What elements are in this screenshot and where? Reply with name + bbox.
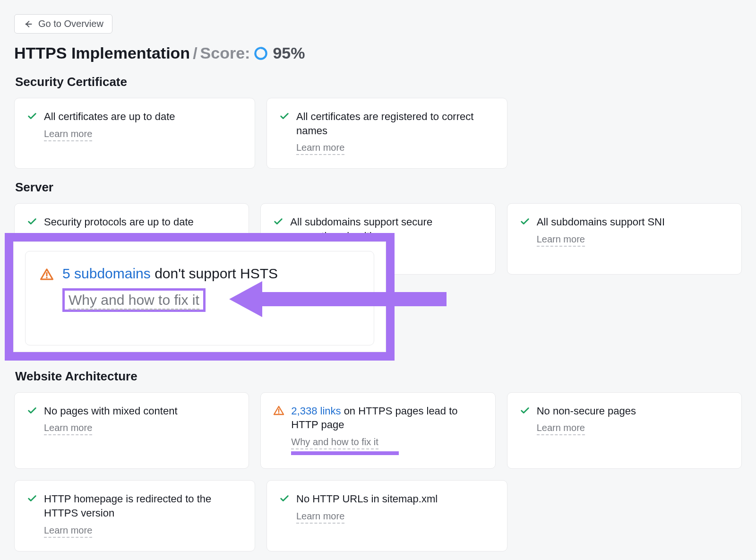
card-mixed-content: No pages with mixed content Learn more [14, 392, 249, 469]
architecture-row-1: No pages with mixed content Learn more 2… [14, 392, 742, 469]
card-http-redirect: HTTP homepage is redirected to the HTTPS… [14, 480, 255, 551]
card-text: No HTTP URLs in sitemap.xml [296, 492, 438, 506]
learn-more-link[interactable]: Learn more [537, 234, 585, 247]
card-sni: All subdomains support SNI Learn more [507, 203, 742, 274]
card-text: All certificates are registered to corre… [296, 110, 495, 138]
card-text: No non-secure pages [537, 404, 636, 418]
svg-point-5 [46, 277, 47, 278]
callout-rest: don't support HSTS [151, 266, 278, 281]
card-cert-uptodate: All certificates are up to date Learn mo… [14, 98, 255, 169]
check-icon [279, 493, 290, 504]
section-heading-security-certificate: Security Certificate [15, 75, 742, 89]
svg-point-3 [278, 412, 280, 414]
warning-icon [40, 267, 54, 282]
page-title: HTTPS Implementation / Score: 95% [14, 44, 742, 62]
card-sitemap-urls: No HTTP URLs in sitemap.xml Learn more [266, 480, 507, 551]
issue-count-link[interactable]: 2,338 links [291, 405, 341, 417]
card-text: HTTP homepage is redirected to the HTTPS… [44, 492, 242, 520]
card-text: All subdomains support SNI [537, 215, 665, 229]
title-slash: / [193, 44, 197, 62]
card-http-links: 2,338 links on HTTPS pages lead to HTTP … [260, 392, 495, 469]
warning-icon [273, 405, 284, 416]
check-icon [27, 493, 37, 504]
callout-fix-link[interactable]: Why and how to fix it [69, 292, 199, 310]
card-text: All certificates are up to date [44, 110, 175, 124]
check-icon [520, 405, 530, 416]
annotation-underline [291, 451, 399, 455]
learn-more-link[interactable]: Learn more [44, 422, 92, 435]
annotation-highlight-box: Why and how to fix it [62, 288, 206, 312]
back-button-label: Go to Overview [38, 18, 103, 29]
annotation-arrow-icon [229, 280, 447, 318]
section-heading-architecture: Website Architecture [15, 369, 742, 384]
callout-text: 5 subdomains don't support HSTS [62, 266, 278, 282]
check-icon [273, 216, 284, 227]
title-main: HTTPS Implementation [14, 44, 190, 62]
check-icon [27, 111, 37, 121]
svg-marker-6 [229, 281, 447, 317]
card-cert-names: All certificates are registered to corre… [266, 98, 507, 169]
check-icon [27, 216, 37, 227]
back-to-overview-button[interactable]: Go to Overview [14, 14, 112, 34]
score-ring-icon [254, 46, 268, 60]
architecture-row-2: HTTP homepage is redirected to the HTTPS… [14, 480, 742, 551]
arrow-left-icon [23, 19, 34, 29]
check-icon [520, 216, 530, 227]
learn-more-link[interactable]: Learn more [296, 142, 344, 155]
security-certificate-row: All certificates are up to date Learn mo… [14, 98, 742, 169]
callout-count-link[interactable]: 5 subdomains [62, 266, 151, 281]
learn-more-link[interactable]: Learn more [44, 525, 92, 538]
score-value: 95% [273, 44, 305, 62]
check-icon [279, 111, 290, 121]
card-text: 2,338 links on HTTPS pages lead to HTTP … [291, 404, 482, 432]
why-fix-link[interactable]: Why and how to fix it [291, 437, 378, 449]
section-heading-server: Server [15, 180, 742, 195]
learn-more-link[interactable]: Learn more [44, 129, 92, 141]
svg-point-1 [256, 48, 266, 59]
card-text: Security protocols are up to date [44, 215, 194, 229]
card-text: No pages with mixed content [44, 404, 178, 418]
card-nonsecure-pages: No non-secure pages Learn more [507, 392, 742, 469]
score-label: Score: [200, 44, 250, 62]
learn-more-link[interactable]: Learn more [296, 511, 344, 524]
learn-more-link[interactable]: Learn more [537, 422, 585, 435]
check-icon [27, 405, 37, 416]
